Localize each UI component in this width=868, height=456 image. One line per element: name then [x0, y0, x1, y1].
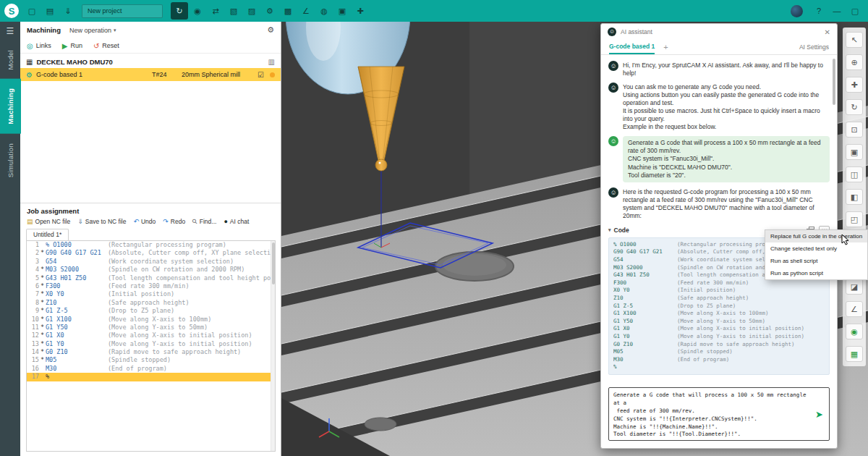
interpreter-icon[interactable]: ◉: [189, 2, 206, 20]
chat-scrollbar[interactable]: [833, 59, 835, 105]
measure-button[interactable]: ∠: [846, 301, 863, 317]
new-chat-tab-button[interactable]: +: [663, 43, 668, 51]
select-tool-button[interactable]: ↖: [846, 32, 863, 48]
links-icon: ◎: [27, 42, 33, 50]
editor-scrollbar[interactable]: [271, 241, 275, 451]
open-project-icon[interactable]: ▤: [41, 2, 59, 20]
context-menu-item[interactable]: Run as python script: [765, 267, 867, 279]
editor-line[interactable]: 15*M05(Spindle stopped): [27, 356, 275, 364]
viewport-toolbar: ↖ ⊕ ✚ ↻ ⊡ ▣ ◫ ◧ ◰ ▤: [843, 28, 866, 366]
sidebar-mode-tab[interactable]: Simulation: [0, 134, 21, 187]
maximize-icon[interactable]: ▢: [846, 2, 864, 20]
shop-viewer-icon[interactable]: ▣: [333, 2, 351, 20]
machine-tree-item[interactable]: ▦ DECKEL MAHO DMU70 ▥: [20, 55, 281, 68]
save-project-icon[interactable]: ⇓: [59, 2, 77, 20]
editor-line[interactable]: 6*F300(Feed rate 300 mm/min): [27, 282, 275, 290]
help-icon[interactable]: ?: [810, 2, 827, 20]
account-avatar[interactable]: [791, 5, 803, 17]
transform-icon[interactable]: ⇄: [207, 2, 224, 20]
sidebar-mode-tab[interactable]: Machining: [0, 79, 21, 134]
chat-message: ☺ Generate a G code that will process a …: [608, 136, 830, 182]
view-cube-button[interactable]: ◰: [846, 211, 863, 227]
open-nc-file-button[interactable]: ▤ Open NC file: [27, 218, 70, 225]
ai-settings-button[interactable]: AI Settings: [799, 43, 829, 51]
tool-number: T#24: [152, 71, 178, 78]
minimize-icon[interactable]: —: [828, 2, 846, 20]
editor-line[interactable]: 1% O1000(Rectangular processing program): [27, 241, 275, 249]
post-processor-icon[interactable]: ▨: [243, 2, 260, 20]
reset-icon: ↺: [93, 42, 99, 50]
run-button[interactable]: ▶Run: [62, 42, 82, 50]
editor-line[interactable]: 8*Z10(Safe approach height): [27, 299, 275, 307]
fit-view-button[interactable]: ⊡: [846, 122, 863, 138]
find-button[interactable]: ⚲ Find...: [192, 218, 216, 225]
sidebar-mode-tab[interactable]: Model: [0, 41, 21, 79]
ai-chat-button[interactable]: ● AI chat: [224, 218, 249, 225]
measure-icon[interactable]: ∠: [297, 2, 315, 20]
context-menu-item[interactable]: Replace full G code in the operation: [765, 230, 867, 242]
editor-line[interactable]: 11*G1 Y50(Move along Y-axis to 50mm): [27, 324, 275, 332]
window-controls-group: ? — ▢: [791, 2, 864, 20]
project-name-field[interactable]: New project: [82, 4, 163, 18]
chat-avatar: ☺: [608, 136, 618, 146]
reset-button[interactable]: ↺Reset: [93, 42, 119, 50]
chat-history[interactable]: ☺ Hi, I'm Ency, your SprutCAM X AI assis…: [601, 55, 837, 383]
simulation-icon[interactable]: ↻: [171, 2, 188, 20]
workpiece-visibility-button[interactable]: ◉: [846, 324, 863, 339]
machine-visibility-button[interactable]: ▦: [846, 346, 863, 362]
nc-editor-icon[interactable]: ▧: [225, 2, 242, 20]
editor-line[interactable]: 10*G1 X100(Move along X-axis to 100mm): [27, 316, 275, 324]
editor-line[interactable]: 17%: [27, 373, 275, 381]
zoom-tool-button[interactable]: ⊕: [846, 54, 863, 70]
undo-button[interactable]: ↶ Undo: [133, 218, 156, 225]
redo-button[interactable]: ↷ Redo: [163, 218, 185, 225]
rotate-view-button[interactable]: ↻: [846, 99, 863, 115]
machine-panel-icon[interactable]: ▥: [268, 58, 275, 66]
editor-line[interactable]: 9*G1 Z-5(Drop to Z5 plane): [27, 307, 275, 315]
editor-line[interactable]: 14*G0 Z10(Rapid move to safe approach he…: [27, 348, 275, 356]
tool-library-icon[interactable]: ⚙: [261, 2, 278, 20]
send-button[interactable]: ➤: [814, 409, 825, 420]
context-menu-item[interactable]: Run as shell script: [765, 255, 867, 267]
iso-view-button[interactable]: ◧: [846, 189, 863, 205]
editor-line[interactable]: 12*G1 X0(Move along X-axis to initial po…: [27, 332, 275, 339]
code-actions-menu: Replace full G code in the operation Cha…: [765, 229, 868, 280]
operation-checkbox[interactable]: ☑: [258, 71, 264, 79]
editor-line[interactable]: 13*G1 Y0(Move along Y-axis to initial po…: [27, 340, 275, 348]
code-line: %: [613, 363, 825, 371]
machine-library-icon[interactable]: ▩: [279, 2, 297, 20]
section-view-button[interactable]: ◪: [846, 279, 863, 295]
editor-line[interactable]: 5*G43 H01 Z50(Tool length compensation a…: [27, 274, 275, 282]
editor-file-tab[interactable]: Untitled 1*: [26, 229, 69, 241]
gcode-editor[interactable]: 1% O1000(Rectangular processing program)…: [26, 240, 276, 452]
machine-icon: ▦: [26, 58, 33, 66]
wrench-icon[interactable]: ⚙: [267, 25, 274, 35]
editor-line[interactable]: 2*G90 G40 G17 G21(Absolute, Cutter comp …: [27, 249, 275, 257]
menu-icon[interactable]: ☰: [0, 22, 20, 41]
top-view-button[interactable]: ◫: [846, 166, 863, 182]
context-menu-item[interactable]: Change selected text only: [765, 242, 867, 255]
new-project-icon[interactable]: ▢: [23, 2, 41, 20]
editor-line[interactable]: 3G54(Work coordinate system selection): [27, 258, 275, 266]
prompt-input[interactable]: Generate a G code that will process a 10…: [608, 387, 830, 441]
chat-message-text: Hi, I'm Ency, your SprutCAM X AI assista…: [623, 61, 830, 77]
save-nc-file-button[interactable]: ⇓ Save to NC file: [77, 218, 126, 225]
addins-icon[interactable]: ✚: [352, 2, 369, 20]
chat-message-text: Generate a G code that will process a 10…: [623, 136, 830, 182]
play-icon: ▶: [62, 42, 68, 50]
links-button[interactable]: ◎Links: [27, 42, 51, 50]
operation-tree-item-selected[interactable]: ⚙ G-code based 1 T#24 20mm Spherical mil…: [20, 68, 281, 81]
chat-message: ☺ Here is the requested G-code program f…: [608, 187, 830, 220]
editor-line[interactable]: 7*X0 Y0(Initial position): [27, 290, 275, 298]
pan-tool-button[interactable]: ✚: [846, 77, 863, 93]
front-view-button[interactable]: ▣: [846, 144, 863, 160]
editor-line[interactable]: 16M30(End of program): [27, 365, 275, 373]
new-operation-dropdown[interactable]: New operation ▾: [69, 27, 116, 34]
ai-chat-tab[interactable]: G-code based 1: [609, 40, 655, 54]
editor-line[interactable]: 4*M03 S2000(Spindle on CW rotation and 2…: [27, 266, 275, 274]
tools-actions-group: ↻ ◉ ⇄ ▧ ▨ ⚙ ▩ ∠ ◍ ▣ ✚: [171, 2, 369, 20]
close-icon[interactable]: ✕: [825, 28, 830, 36]
viewport-3d[interactable]: ↖ ⊕ ✚ ↻ ⊡ ▣ ◫ ◧ ◰ ▤: [281, 22, 868, 456]
collision-check-icon[interactable]: ◍: [315, 2, 333, 20]
sprutcam-logo[interactable]: S: [4, 4, 19, 18]
